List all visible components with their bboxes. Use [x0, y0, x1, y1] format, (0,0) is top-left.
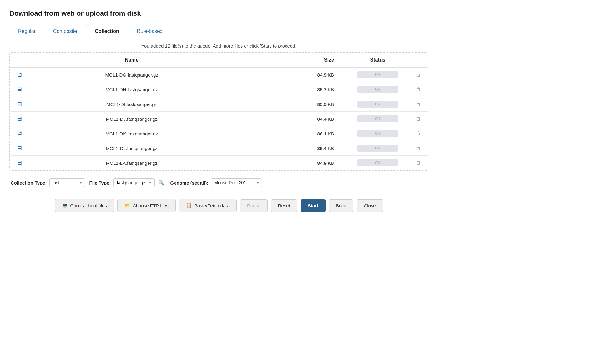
file-status-cell: 0%	[347, 82, 409, 97]
file-size-cell: 85.7 KB	[235, 82, 347, 97]
progress-bar: 0%	[357, 130, 398, 137]
monitor-icon: 🖥	[17, 116, 22, 122]
tab-composite[interactable]: Composite	[44, 25, 86, 38]
paste-fetch-label: Paste/Fetch data	[194, 203, 230, 208]
file-status-cell: 0%	[347, 97, 409, 112]
choose-local-files-button[interactable]: 💻 Choose local files	[55, 199, 114, 212]
table-row: 🖥 MCL1-DK.fastqsanger.gz 86.1 KB 0% 🗑	[10, 126, 428, 141]
file-status-cell: 0%	[347, 141, 409, 156]
start-label: Start	[308, 203, 318, 208]
progress-bar: 0%	[357, 86, 398, 93]
progress-bar: 0%	[357, 115, 398, 122]
delete-cell: 🗑	[409, 68, 428, 82]
file-icon-cell: 🖥	[10, 156, 29, 170]
page-title: Download from web or upload from disk	[9, 9, 428, 18]
file-name-cell: MCL1-DI.fastqsanger.gz	[29, 97, 235, 112]
table-row: 🖥 MCL1-LA.fastqsanger.gz 84.9 KB 0% 🗑	[10, 156, 428, 170]
tab-regular[interactable]: Regular	[9, 25, 44, 38]
choose-local-files-label: Choose local files	[70, 203, 107, 208]
delete-cell: 🗑	[409, 141, 428, 156]
progress-text: 0%	[375, 117, 380, 121]
file-status-cell: 0%	[347, 112, 409, 126]
reset-button[interactable]: Reset	[271, 199, 297, 212]
file-type-label: File Type:	[89, 180, 111, 185]
pause-label: Pause	[247, 203, 261, 208]
col-header-icon	[10, 53, 29, 68]
file-type-search-button[interactable]: 🔍	[157, 179, 166, 187]
progress-text: 0%	[375, 87, 380, 92]
reset-label: Reset	[278, 203, 290, 208]
file-size-cell: 85.4 KB	[235, 141, 347, 156]
close-label: Close	[364, 203, 376, 208]
delete-button[interactable]: 🗑	[414, 86, 423, 93]
file-icon-cell: 🖥	[10, 82, 29, 97]
tab-bar: Regular Composite Collection Rule-based	[9, 25, 428, 38]
monitor-icon: 🖥	[17, 86, 22, 93]
close-button[interactable]: Close	[357, 199, 383, 212]
file-icon-cell: 🖥	[10, 112, 29, 126]
delete-button[interactable]: 🗑	[414, 71, 423, 78]
progress-text: 0%	[375, 161, 380, 165]
delete-cell: 🗑	[409, 156, 428, 170]
file-size-value: 84.4	[317, 116, 327, 122]
file-status-cell: 0%	[347, 126, 409, 141]
tab-rule-based[interactable]: Rule-based	[128, 25, 171, 38]
table-row: 🖥 MCL1-DI.fastqsanger.gz 85.5 KB 0% 🗑	[10, 97, 428, 112]
delete-button[interactable]: 🗑	[414, 145, 423, 152]
status-message: You added 12 file(s) to the queue. Add m…	[9, 43, 428, 48]
pause-button[interactable]: Pause	[240, 199, 268, 212]
progress-text: 0%	[375, 102, 380, 106]
file-name-cell: MCL1-DK.fastqsanger.gz	[29, 126, 235, 141]
tab-collection[interactable]: Collection	[86, 25, 128, 38]
table-row: 🖥 MCL1-DJ.fastqsanger.gz 84.4 KB 0% 🗑	[10, 112, 428, 126]
file-size-cell: 84.4 KB	[235, 112, 347, 126]
collection-type-select[interactable]: List Paired List of Pairs	[49, 178, 85, 187]
genome-group: Genome (set all): Mouse Dec. 201... Huma…	[170, 178, 262, 187]
monitor-icon: 🖥	[17, 72, 22, 78]
file-name-cell: MCL1-LA.fastqsanger.gz	[29, 156, 235, 170]
delete-button[interactable]: 🗑	[414, 130, 423, 137]
file-size-cell: 84.9 KB	[235, 68, 347, 82]
genome-select[interactable]: Mouse Dec. 201... Human Feb. 2009... Non…	[211, 178, 262, 187]
file-size-value: 84.9	[317, 72, 327, 78]
table-row: 🖥 MCL1-DG.fastqsanger.gz 84.9 KB 0% 🗑	[10, 68, 428, 82]
file-status-cell: 0%	[347, 156, 409, 170]
col-header-delete	[409, 53, 428, 68]
collection-type-label: Collection Type:	[11, 180, 47, 185]
delete-button[interactable]: 🗑	[414, 159, 423, 166]
start-button[interactable]: Start	[301, 199, 326, 212]
choose-ftp-files-button[interactable]: 📂 Choose FTP files	[117, 199, 176, 212]
file-type-group: File Type: fastqsanger.gz fastq bam Auto…	[89, 178, 166, 187]
file-size-value: 84.9	[317, 160, 327, 166]
file-icon-cell: 🖥	[10, 141, 29, 156]
laptop-icon: 💻	[62, 203, 68, 208]
monitor-icon: 🖥	[17, 130, 22, 137]
progress-bar: 0%	[357, 71, 398, 78]
delete-cell: 🗑	[409, 112, 428, 126]
progress-bar: 0%	[357, 145, 398, 152]
file-name-cell: MCL1-DL.fastqsanger.gz	[29, 141, 235, 156]
delete-cell: 🗑	[409, 82, 428, 97]
file-size-cell: 86.1 KB	[235, 126, 347, 141]
file-name-cell: MCL1-DJ.fastqsanger.gz	[29, 112, 235, 126]
collection-type-group: Collection Type: List Paired List of Pai…	[11, 178, 85, 187]
delete-cell: 🗑	[409, 126, 428, 141]
monitor-icon: 🖥	[17, 160, 22, 166]
col-header-name: Name	[29, 53, 235, 68]
folder-icon: 📂	[124, 203, 130, 208]
paste-fetch-button[interactable]: 📋 Paste/Fetch data	[179, 199, 237, 212]
col-header-size: Size	[235, 53, 347, 68]
table-row: 🖥 MCL1-DL.fastqsanger.gz 85.4 KB 0% 🗑	[10, 141, 428, 156]
progress-text: 0%	[375, 73, 380, 77]
build-button[interactable]: Build	[329, 199, 353, 212]
delete-button[interactable]: 🗑	[414, 101, 423, 108]
genome-label: Genome (set all):	[170, 180, 208, 185]
table-row: 🖥 MCL1-DH.fastqsanger.gz 85.7 KB 0% 🗑	[10, 82, 428, 97]
file-name-cell: MCL1-DH.fastqsanger.gz	[29, 82, 235, 97]
build-label: Build	[336, 203, 346, 208]
bottom-controls: Collection Type: List Paired List of Pai…	[9, 176, 428, 190]
col-header-status: Status	[347, 53, 409, 68]
delete-button[interactable]: 🗑	[414, 115, 423, 122]
file-type-select[interactable]: fastqsanger.gz fastq bam Auto-detect	[113, 178, 155, 187]
clipboard-icon: 📋	[186, 203, 192, 208]
